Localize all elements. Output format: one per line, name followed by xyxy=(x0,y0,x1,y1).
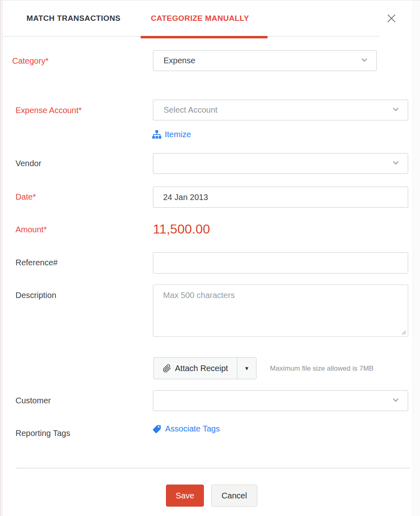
reference-input[interactable] xyxy=(153,252,408,274)
amount-value: 11,500.00 xyxy=(153,222,210,237)
cancel-button[interactable]: Cancel xyxy=(211,485,257,507)
customer-label: Customer xyxy=(15,396,51,405)
reporting-tags-label: Reporting Tags xyxy=(15,429,70,438)
vendor-label: Vendor xyxy=(15,159,41,168)
close-icon[interactable] xyxy=(384,11,399,26)
itemize-link[interactable]: Itemize xyxy=(152,130,191,139)
amount-label: Amount* xyxy=(15,225,47,234)
dialog-left-border xyxy=(0,0,1,516)
category-label: Category* xyxy=(12,56,49,66)
chevron-down-icon xyxy=(392,159,400,169)
attach-receipt-label: Attach Receipt xyxy=(175,364,228,373)
associate-tags-link[interactable]: Associate Tags xyxy=(152,424,220,434)
date-input[interactable] xyxy=(153,187,408,208)
customer-select[interactable] xyxy=(153,390,408,411)
dialog-right-edge xyxy=(413,0,420,516)
description-textarea[interactable] xyxy=(153,285,408,337)
attach-file-size-hint: Maximum file size allowed is 7MB xyxy=(270,365,374,373)
date-label: Date* xyxy=(15,192,36,202)
save-button[interactable]: Save xyxy=(166,485,204,507)
tab-match-transactions[interactable]: MATCH TRANSACTIONS xyxy=(27,14,121,23)
tab-categorize-manually[interactable]: CATEGORIZE MANUALLY xyxy=(151,14,249,23)
caret-down-icon: ▼ xyxy=(244,365,250,371)
attach-receipt-split-button: Attach Receipt ▼ xyxy=(153,357,256,379)
itemize-link-label: Itemize xyxy=(165,130,191,139)
paperclip-icon xyxy=(163,364,171,373)
chevron-down-icon xyxy=(360,56,368,66)
categorize-transaction-dialog: MATCH TRANSACTIONS CATEGORIZE MANUALLY C… xyxy=(0,0,420,516)
expense-account-label: Expense Account* xyxy=(15,106,82,115)
footer-divider xyxy=(15,468,410,469)
attach-receipt-button[interactable]: Attach Receipt xyxy=(154,358,237,379)
associate-tags-link-label: Associate Tags xyxy=(165,424,220,434)
expense-account-placeholder: Select Account xyxy=(164,105,217,115)
active-tab-underline xyxy=(141,36,267,38)
attach-receipt-dropdown-button[interactable]: ▼ xyxy=(237,358,256,379)
dialog-header: MATCH TRANSACTIONS CATEGORIZE MANUALLY xyxy=(0,0,420,36)
itemize-hierarchy-icon xyxy=(152,130,161,139)
tag-icon xyxy=(152,424,161,434)
category-selected-value: Expense xyxy=(164,56,195,65)
chevron-down-icon xyxy=(392,105,400,115)
reference-label: Reference# xyxy=(15,258,57,267)
chevron-down-icon xyxy=(392,396,400,406)
category-select[interactable]: Expense xyxy=(153,50,377,71)
vendor-select[interactable] xyxy=(153,153,408,174)
expense-account-select[interactable]: Select Account xyxy=(153,100,408,120)
description-label: Description xyxy=(15,291,56,300)
